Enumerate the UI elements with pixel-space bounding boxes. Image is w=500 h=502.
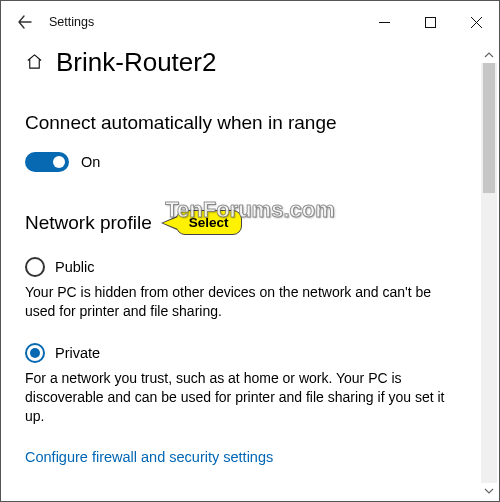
chevron-down-icon [484,486,494,496]
maximize-icon [425,17,436,28]
home-icon[interactable] [25,52,44,74]
content-area: Brink-Router2 Connect automatically when… [1,43,499,465]
close-button[interactable] [453,6,499,38]
firewall-link[interactable]: Configure firewall and security settings [25,449,273,465]
scroll-down-button[interactable] [481,483,497,499]
auto-connect-state: On [81,154,100,170]
close-icon [471,17,482,28]
svg-rect-0 [425,17,435,27]
window-title: Settings [49,15,94,29]
minimize-icon [379,17,390,28]
radio-public-description: Your PC is hidden from other devices on … [25,283,465,321]
radio-public-label: Public [55,259,95,275]
radio-public[interactable]: Public [25,257,475,277]
auto-connect-toggle[interactable] [25,152,69,172]
page-title: Brink-Router2 [56,47,216,78]
radio-private[interactable]: Private [25,343,475,363]
annotation-callout: Select [176,210,242,235]
network-profile-heading: Network profile [25,212,152,234]
chevron-up-icon [484,50,494,60]
radio-private-circle [25,343,45,363]
radio-private-label: Private [55,345,100,361]
scroll-thumb[interactable] [483,63,495,193]
title-bar: Settings [1,1,499,43]
back-button[interactable] [7,4,43,40]
network-profile-heading-row: Network profile Select [25,210,475,235]
vertical-scrollbar[interactable] [481,47,497,499]
annotation-arrow-icon [161,216,177,230]
auto-connect-toggle-row: On [25,152,475,172]
page-title-row: Brink-Router2 [25,43,475,78]
auto-connect-heading: Connect automatically when in range [25,112,475,134]
minimize-button[interactable] [361,6,407,38]
window-controls [361,1,499,43]
radio-public-circle [25,257,45,277]
radio-private-description: For a network you trust, such as at home… [25,369,465,426]
scroll-track[interactable] [481,63,497,483]
maximize-button[interactable] [407,6,453,38]
scroll-up-button[interactable] [481,47,497,63]
back-arrow-icon [16,13,34,31]
annotation-label: Select [176,210,242,235]
toggle-knob [53,156,65,168]
